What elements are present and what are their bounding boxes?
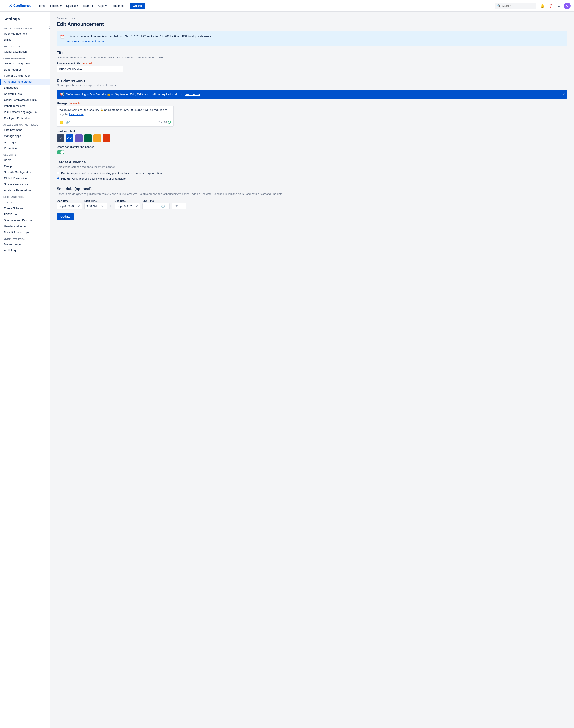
display-settings-section: Display settings Create your banner mess… (57, 78, 567, 154)
char-count: 101/4000 (156, 121, 171, 124)
search-icon: 🔍 (497, 4, 501, 7)
start-date-label: Start Date (57, 199, 82, 202)
target-audience-section: Target Audience Select who can see the a… (57, 160, 567, 181)
look-feel-label: Look and feel (57, 129, 567, 133)
link-icon[interactable]: 🔗 (66, 120, 70, 124)
announcement-preview-icon: 📢 (60, 92, 64, 96)
sidebar-section-automation: AUTOMATION (0, 43, 50, 49)
color-swatch-purple[interactable] (75, 135, 83, 142)
nav-apps[interactable]: Apps ▾ (96, 3, 109, 9)
announcement-preview-close-icon[interactable]: ✕ (562, 92, 565, 96)
archive-announcement-link[interactable]: Archive announcement banner (67, 40, 211, 43)
message-box-text[interactable]: We're switching to Duo Security 🔒 on Sep… (59, 108, 171, 116)
notifications-icon[interactable]: 🔔 (539, 2, 546, 9)
sidebar-item-users[interactable]: Users (0, 157, 50, 163)
sidebar-item-site-logo[interactable]: Site Logo and Favicon (0, 217, 50, 223)
end-date-clear-icon[interactable]: ✕ (135, 204, 138, 208)
start-time-clear-icon[interactable]: ✕ (101, 204, 104, 208)
sidebar-item-billing[interactable]: Billing (0, 37, 50, 43)
app-layout: Settings SITE ADMINISTRATION User Manage… (0, 12, 574, 728)
clock-icon: 🕐 (161, 204, 165, 208)
start-date-input[interactable] (58, 204, 76, 208)
help-icon[interactable]: ❓ (547, 2, 554, 9)
sidebar-item-import-templates[interactable]: Import Templates (0, 103, 50, 109)
sidebar-item-colour-scheme[interactable]: Colour Scheme (0, 205, 50, 211)
sidebar-item-default-space-logo[interactable]: Default Space Logo (0, 229, 50, 235)
sidebar-item-announcement-banner[interactable]: Announcement banner (0, 79, 50, 85)
color-swatch-dark[interactable] (57, 135, 64, 142)
nav-recent[interactable]: Recent ▾ (48, 3, 64, 9)
create-button[interactable]: Create (130, 3, 145, 9)
emoji-icon[interactable]: 🙂 (59, 120, 64, 124)
dismiss-toggle[interactable] (57, 150, 64, 154)
nav-home[interactable]: Home (36, 3, 48, 9)
sidebar-item-audit-log[interactable]: Audit Log (0, 247, 50, 254)
color-swatches: ✓ (57, 135, 567, 142)
sidebar-item-further-config[interactable]: Further Configuration (0, 73, 50, 79)
sidebar-item-macro-usage[interactable]: Macro Usage (0, 241, 50, 247)
end-time-label: End Time (142, 199, 170, 202)
end-date-input[interactable] (117, 204, 134, 208)
sidebar-item-themes[interactable]: Themes (0, 199, 50, 205)
start-time-label: Start Time (84, 199, 108, 202)
sidebar-item-groups[interactable]: Groups (0, 163, 50, 169)
sidebar-item-pdf-export[interactable]: PDF Export (0, 211, 50, 217)
settings-icon[interactable]: ⚙ (556, 2, 562, 9)
private-radio[interactable] (57, 178, 59, 180)
sidebar-item-security-config[interactable]: Security Configuration (0, 169, 50, 175)
target-audience-heading: Target Audience (57, 160, 567, 164)
confluence-logo-text: Confluence (13, 4, 32, 8)
end-time-input[interactable] (144, 204, 160, 208)
color-swatch-blue[interactable]: ✓ (66, 135, 73, 142)
sidebar-item-promotions[interactable]: Promotions (0, 145, 50, 151)
info-banner-text: This announcement banner is scheduled fr… (67, 35, 211, 38)
announcement-preview-text: We're switching to Duo Security 🔒 on Sep… (66, 92, 564, 96)
search-input[interactable] (502, 4, 529, 7)
confluence-logo[interactable]: ✕ Confluence (9, 4, 32, 8)
topnav-nav: Home Recent ▾ Spaces ▾ Teams ▾ Apps ▾ Te… (36, 3, 126, 9)
public-radio[interactable] (57, 172, 59, 175)
color-swatch-yellow[interactable] (93, 135, 101, 142)
color-swatch-green[interactable] (84, 135, 92, 142)
sidebar-item-find-new-apps[interactable]: Find new apps (0, 127, 50, 133)
nav-templates[interactable]: Templates (109, 3, 127, 9)
grid-icon[interactable]: ⊞ (3, 4, 6, 8)
nav-teams[interactable]: Teams ▾ (81, 3, 95, 9)
message-box-toolbar: 🙂 🔗 101/4000 (59, 119, 171, 124)
timezone-select[interactable]: PST (172, 203, 186, 209)
sidebar-item-analytics-permissions[interactable]: Analytics Permissions (0, 187, 50, 193)
schedule-heading: Schedule (optional) (57, 187, 567, 191)
start-time-input[interactable] (86, 204, 100, 208)
sidebar-item-app-requests[interactable]: App requests (0, 139, 50, 145)
sidebar-item-general-config[interactable]: General Configuration (0, 61, 50, 67)
sidebar-item-header-footer[interactable]: Header and footer (0, 223, 50, 229)
sidebar-item-space-permissions[interactable]: Space Permissions (0, 181, 50, 187)
update-button[interactable]: Update (57, 213, 74, 220)
message-learn-more-link[interactable]: Learn more (69, 113, 84, 116)
display-settings-desc: Create your banner message and select a … (57, 83, 567, 87)
dismiss-toggle-row: Users can dismiss the banner (57, 145, 567, 148)
sidebar-item-shortcut-links[interactable]: Shortcut Links (0, 91, 50, 97)
sidebar-item-pdf-export-lang[interactable]: PDF Export Language Su... (0, 109, 50, 115)
start-date-clear-icon[interactable]: ✕ (78, 204, 80, 208)
announcement-title-input[interactable] (57, 66, 123, 72)
info-banner: 📅 This announcement banner is scheduled … (57, 31, 567, 46)
sidebar-item-global-automation[interactable]: Global automation (0, 49, 50, 55)
color-swatch-red[interactable] (102, 135, 110, 142)
start-date-input-wrap: ✕ (57, 203, 82, 209)
schedule-section: Schedule (optional) Banners are designed… (57, 187, 567, 220)
preview-learn-more-link[interactable]: Learn more (184, 93, 200, 96)
nav-spaces[interactable]: Spaces ▾ (64, 3, 80, 9)
sidebar-item-global-templates[interactable]: Global Templates and Blu... (0, 97, 50, 103)
avatar[interactable]: U (564, 2, 571, 9)
message-required-indicator: (required) (69, 102, 80, 105)
sidebar-item-configure-code-macro[interactable]: Configure Code Macro (0, 115, 50, 121)
title-section: Title Give your announcement a short tit… (57, 51, 567, 72)
sidebar-item-user-management[interactable]: User Management (0, 31, 50, 37)
sidebar-item-manage-apps[interactable]: Manage apps (0, 133, 50, 139)
sidebar-item-languages[interactable]: Languages (0, 85, 50, 91)
chevron-down-icon: ▾ (92, 4, 93, 7)
sidebar-item-global-permissions[interactable]: Global Permissions (0, 175, 50, 181)
sidebar-item-beta-features[interactable]: Beta Features (0, 67, 50, 73)
timezone-select-wrap: PST ▾ (172, 203, 186, 209)
